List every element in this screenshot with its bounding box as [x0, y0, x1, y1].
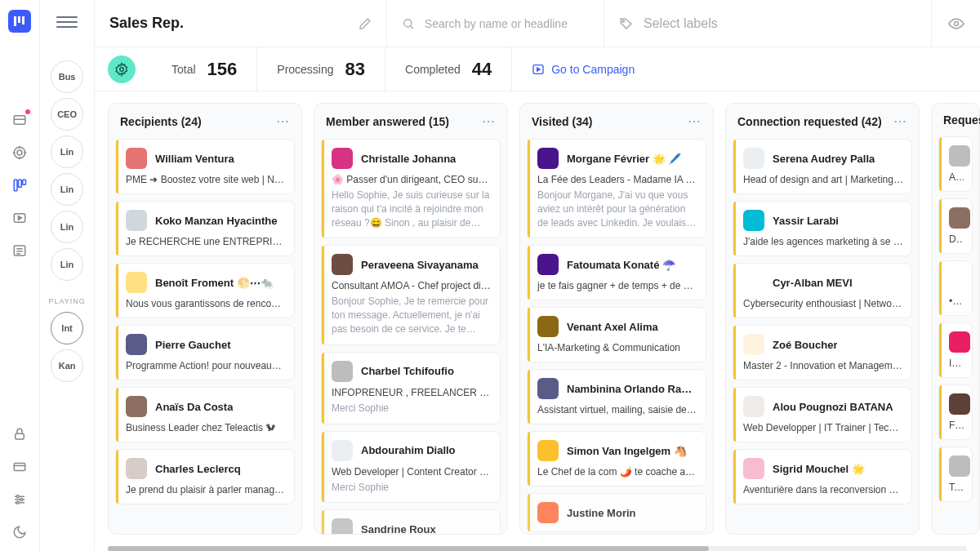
- kanban-column: Request a…Ch…Amazon C…Pr…Digital Ma…Sa…•…: [931, 103, 980, 535]
- svg-rect-20: [16, 433, 24, 439]
- person-card[interactable]: Anaïs Da CostaBusiness Leader chez Telea…: [115, 387, 295, 442]
- avatar: [332, 148, 353, 169]
- gear-badge[interactable]: [108, 56, 136, 83]
- campaign-pill[interactable]: Lin: [51, 248, 83, 281]
- person-card[interactable]: Cyr-Alban MEVICybersecurity enthousiast …: [733, 263, 912, 318]
- inbox-icon[interactable]: [11, 111, 29, 129]
- person-card[interactable]: Nambinina Orlando Rab…Assistant virtuel,…: [527, 369, 706, 424]
- person-name: Anaïs Da Costa: [155, 401, 233, 413]
- horizontal-scrollbar[interactable]: [108, 546, 967, 551]
- avatar: [949, 455, 970, 477]
- person-card[interactable]: Koko Manzan HyacintheJe RECHERCHE une EN…: [115, 201, 295, 256]
- person-card[interactable]: Sandrine Roux: [321, 509, 501, 534]
- search-icon: [402, 16, 415, 31]
- person-card[interactable]: Peraveena SivayanamaConsultant AMOA - Ch…: [321, 245, 501, 344]
- column-menu-icon[interactable]: ⋯: [688, 113, 702, 129]
- svg-rect-0: [14, 16, 16, 26]
- campaign-pill[interactable]: Lin: [51, 136, 83, 168]
- person-headline: Web Developer | Content Creator +5…: [332, 466, 492, 478]
- video-icon[interactable]: [11, 209, 29, 227]
- person-name: Charles Leclercq: [155, 463, 241, 475]
- person-card[interactable]: Charbel TchifoufioINFOPRENEUR , FREELANC…: [321, 352, 501, 424]
- campaign-pill[interactable]: Kan: [51, 349, 83, 382]
- person-headline: J'aide les agences marketing à se con…: [743, 236, 903, 247]
- person-card[interactable]: William VenturaPME ➜ Boostez votre site …: [115, 139, 295, 194]
- kanban-column: Recipients (24)⋯William VenturaPME ➜ Boo…: [108, 103, 302, 535]
- campaign-pill[interactable]: Bus: [51, 60, 83, 93]
- person-card[interactable]: Lu…Ici pour va…: [938, 322, 973, 378]
- svg-point-6: [17, 150, 22, 155]
- svg-rect-2: [22, 16, 24, 24]
- go-to-campaign-link[interactable]: Go to Campaign: [512, 63, 654, 76]
- campaign-pill[interactable]: Lin: [51, 173, 83, 206]
- edit-title-icon[interactable]: [359, 17, 372, 30]
- card-icon[interactable]: [11, 458, 29, 476]
- person-card[interactable]: Serena Audrey PallaHead of design and ar…: [733, 139, 912, 194]
- person-card[interactable]: Justine Morin: [527, 493, 706, 532]
- lock-icon[interactable]: [11, 425, 29, 443]
- person-card[interactable]: Zoé BoucherMaster 2 - Innovation et Mana…: [733, 325, 912, 380]
- person-name: Fatoumata Konaté ☂️: [567, 259, 675, 271]
- person-card[interactable]: Pi…Talent Ac…: [938, 447, 973, 502]
- person-name: Morgane Février 🌟 🖊️: [567, 153, 681, 165]
- message-preview: Merci Sophie: [332, 481, 492, 495]
- campaign-pill[interactable]: CEO: [51, 98, 83, 131]
- person-card[interactable]: Christalle Johanna🌸 Passer d'un dirigean…: [321, 139, 501, 238]
- avatar: [126, 334, 147, 355]
- search-input[interactable]: [425, 17, 589, 30]
- app-logo[interactable]: [8, 10, 31, 33]
- person-card[interactable]: Pr…Digital Ma…: [938, 198, 973, 254]
- moon-icon[interactable]: [11, 523, 29, 541]
- person-card[interactable]: Na…Freelance…: [938, 384, 973, 440]
- svg-marker-35: [537, 68, 540, 71]
- person-card[interactable]: Ch…Amazon C…: [938, 136, 973, 192]
- campaigns-column: BusCEOLinLinLinLin PLAYING IntKan: [40, 0, 95, 551]
- kanban-column: Visited (34)⋯Morgane Février 🌟 🖊️La Fée …: [519, 103, 714, 535]
- person-card[interactable]: Abdourahim DialloWeb Developer | Content…: [321, 431, 501, 504]
- column-menu-icon[interactable]: ⋯: [893, 113, 907, 129]
- avatar: [126, 210, 147, 231]
- person-card[interactable]: Venant Axel AlimaL'IA-Marketing & Commun…: [527, 307, 706, 362]
- menu-button[interactable]: [56, 11, 78, 33]
- left-rail: [0, 0, 40, 551]
- person-headline: L'IA-Marketing & Communication: [537, 342, 697, 353]
- person-name: Cyr-Alban MEVI: [773, 277, 853, 289]
- person-card[interactable]: Charles LeclercqJe prend du plaisir à pa…: [115, 449, 295, 504]
- message-preview: Merci Sophie: [332, 402, 492, 415]
- avatar: [126, 458, 147, 479]
- person-card[interactable]: Simon Van Ingelgem 🐴Le Chef de la com 🌶️…: [527, 431, 706, 487]
- person-name: Nambinina Orlando Rab…: [567, 383, 697, 395]
- person-card[interactable]: Fatoumata Konaté ☂️je te fais gagner + d…: [527, 245, 706, 300]
- svg-point-28: [16, 501, 19, 504]
- avatar: [949, 393, 970, 415]
- person-headline: Assistant virtuel, mailing, saisie de do…: [537, 404, 697, 415]
- column-menu-icon[interactable]: ⋯: [482, 113, 496, 129]
- person-card[interactable]: Sigrid Mouchel 🌟Aventurière dans la reco…: [733, 449, 912, 504]
- person-card[interactable]: Morgane Février 🌟 🖊️La Fée des Leaders -…: [527, 139, 706, 238]
- person-headline: Talent Ac…: [949, 482, 964, 493]
- person-headline: Business Leader chez Teleactis 🐿: [126, 422, 286, 433]
- person-headline: Je RECHERCHE une ENTREPRISE po…: [126, 236, 286, 247]
- settings-icon[interactable]: [11, 491, 29, 509]
- campaign-pill[interactable]: Int: [51, 312, 83, 344]
- person-name: Christalle Johanna: [361, 153, 456, 165]
- person-card[interactable]: Sa…• Étudiant…: [938, 260, 973, 316]
- person-card[interactable]: Benoît Froment 🌕⋯🐀Nous vous garantissons…: [115, 263, 295, 318]
- person-headline: Cybersecurity enthousiast | Network …: [743, 298, 903, 309]
- person-card[interactable]: Yassir LarabiJ'aide les agences marketin…: [733, 201, 912, 256]
- person-card[interactable]: Pierre GauchetProgramme Action! pour nou…: [115, 325, 295, 380]
- stats-bar: Total 156 Processing 83 Completed 44 Go …: [95, 47, 980, 91]
- campaign-pill[interactable]: Lin: [51, 211, 83, 243]
- labels-box[interactable]: Select labels: [604, 0, 931, 47]
- search-box[interactable]: [387, 0, 604, 47]
- svg-point-27: [20, 499, 23, 501]
- list-icon[interactable]: [11, 242, 29, 260]
- target-icon[interactable]: [11, 144, 29, 162]
- svg-line-30: [411, 25, 413, 28]
- column-menu-icon[interactable]: ⋯: [276, 113, 290, 129]
- avatar: [332, 361, 353, 382]
- kanban-icon[interactable]: [11, 176, 29, 194]
- person-card[interactable]: Alou Pougnozi BATANAWeb Developper | IT …: [733, 387, 912, 442]
- message-preview: Bonjour Sophie, Je te remercie pour ton …: [332, 295, 492, 335]
- visibility-button[interactable]: [931, 0, 980, 47]
